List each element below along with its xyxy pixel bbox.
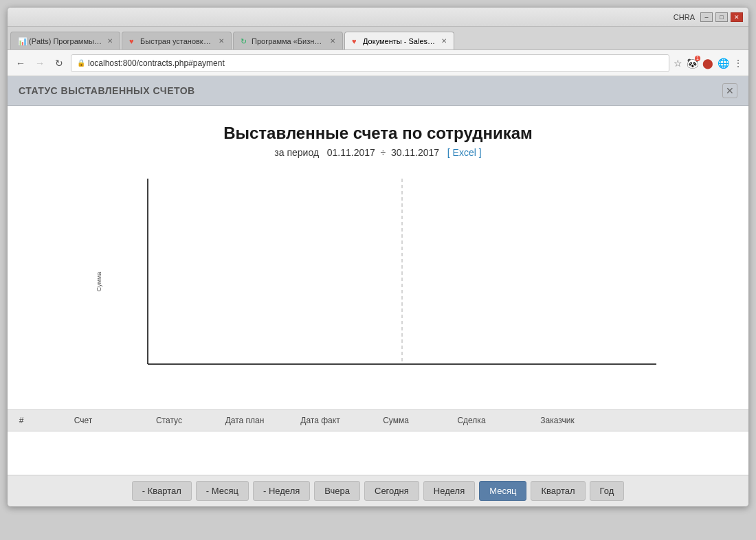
title-bar-label: CHRA — [674, 13, 695, 21]
refresh-button[interactable]: ↻ — [52, 56, 67, 71]
page-title: СТАТУС ВЫСТАВЛЕННЫХ СЧЕТОВ — [19, 85, 195, 96]
notification-badge: 1 — [695, 56, 700, 61]
table-header: # Счет Статус Дата план Дата факт Сумма … — [8, 409, 748, 431]
col-sdelka: Сделка — [434, 416, 509, 425]
btn-mesyac[interactable]: Месяц — [479, 481, 526, 501]
extension-icon-1[interactable]: 🐼 1 — [687, 58, 698, 69]
browser-close-button[interactable]: ✕ — [731, 12, 743, 22]
period-separator: ÷ — [381, 147, 386, 158]
excel-link[interactable]: [ Excel ] — [447, 147, 482, 158]
tab-4-close[interactable]: ✕ — [441, 37, 447, 45]
svg-text:Сумма: Сумма — [96, 272, 102, 291]
content-area[interactable]: Выставленные счета по сотрудникам за пер… — [8, 106, 748, 475]
tab-3[interactable]: ↻ Программа «Бизнес Па... ✕ — [233, 32, 343, 49]
tab-1[interactable]: 📊 (Patts) Программы для ... ✕ — [10, 32, 120, 49]
title-bar: CHRA – □ ✕ — [8, 8, 748, 27]
url-text: localhost:800/contracts.php#payment — [88, 58, 225, 68]
col-data-plan: Дата план — [207, 416, 282, 425]
content-inner: Выставленные счета по сотрудникам за пер… — [8, 106, 748, 409]
back-button[interactable]: ← — [13, 56, 28, 71]
tab-2-favicon: ♥ — [129, 37, 137, 45]
tab-4-favicon: ♥ — [352, 37, 360, 45]
tab-1-label: (Patts) Программы для ... — [29, 37, 102, 45]
report-title: Выставленные счета по сотрудникам — [21, 124, 735, 143]
minimize-button[interactable]: – — [700, 12, 713, 22]
tab-2-label: Быстрая установка (Win ... — [140, 37, 213, 45]
tab-2[interactable]: ♥ Быстрая установка (Win ... ✕ — [122, 32, 232, 49]
btn-segodnya[interactable]: Сегодня — [364, 481, 419, 501]
tab-1-favicon: 📊 — [18, 37, 26, 45]
page-header: СТАТУС ВЫСТАВЛЕННЫХ СЧЕТОВ ✕ — [8, 76, 748, 106]
lock-icon: 🔒 — [77, 59, 85, 67]
browser-window: CHRA – □ ✕ 📊 (Patts) Программы для ... ✕… — [7, 7, 749, 507]
maximize-button[interactable]: □ — [715, 12, 728, 22]
tab-4[interactable]: ♥ Документы - SalesMan (... ✕ — [344, 32, 454, 49]
period-from: 01.11.2017 — [327, 147, 375, 158]
url-field[interactable]: 🔒 localhost:800/contracts.php#payment — [71, 54, 669, 72]
col-summa: Сумма — [358, 416, 434, 425]
tab-3-label: Программа «Бизнес Па... — [252, 37, 324, 45]
report-subtitle: за период 01.11.2017 ÷ 30.11.2017 [ Exce… — [21, 147, 735, 158]
tab-2-close[interactable]: ✕ — [219, 37, 224, 45]
tab-3-favicon: ↻ — [241, 37, 249, 45]
page-wrapper: СТАТУС ВЫСТАВЛЕННЫХ СЧЕТОВ ✕ Выставленны… — [8, 76, 748, 506]
col-schet: Счет — [35, 416, 131, 425]
btn-minus-kvartal[interactable]: - Квартал — [132, 481, 192, 501]
btn-minus-nedelya[interactable]: - Неделя — [253, 481, 310, 501]
bottom-toolbar: - Квартал - Месяц - Неделя Вчера Сегодня… — [8, 475, 748, 506]
btn-god[interactable]: Год — [590, 481, 625, 501]
page-close-button[interactable]: ✕ — [722, 83, 737, 98]
col-status: Статус — [131, 416, 207, 425]
tab-3-close[interactable]: ✕ — [330, 37, 335, 45]
tab-4-label: Документы - SalesMan (... — [363, 37, 436, 45]
btn-vchera[interactable]: Вчера — [314, 481, 360, 501]
col-data-fact: Дата факт — [282, 416, 358, 425]
chart-svg: Сумма — [93, 172, 663, 385]
chart-container: Сумма — [93, 172, 663, 385]
period-to: 30.11.2017 — [391, 147, 439, 158]
tab-1-close[interactable]: ✕ — [107, 37, 113, 45]
address-bar: ← → ↻ 🔒 localhost:800/contracts.php#paym… — [8, 50, 748, 76]
menu-icon[interactable]: ⋮ — [733, 58, 743, 69]
btn-kvartal[interactable]: Квартал — [531, 481, 585, 501]
col-hash: # — [8, 416, 35, 425]
address-bar-icons: ☆ 🐼 1 ⬤ 🌐 ⋮ — [674, 58, 743, 69]
col-zakazchik: Заказчик — [509, 416, 605, 425]
star-icon[interactable]: ☆ — [674, 58, 682, 69]
btn-minus-mesyac[interactable]: - Месяц — [196, 481, 249, 501]
extension-icon-2[interactable]: ⬤ — [702, 58, 713, 69]
btn-nedelya[interactable]: Неделя — [423, 481, 475, 501]
extension-icon-3[interactable]: 🌐 — [718, 58, 729, 69]
forward-button[interactable]: → — [32, 56, 47, 71]
title-bar-controls: – □ ✕ — [700, 12, 743, 22]
tabs-bar: 📊 (Patts) Программы для ... ✕ ♥ Быстрая … — [8, 27, 748, 50]
period-label: за период — [274, 147, 319, 158]
